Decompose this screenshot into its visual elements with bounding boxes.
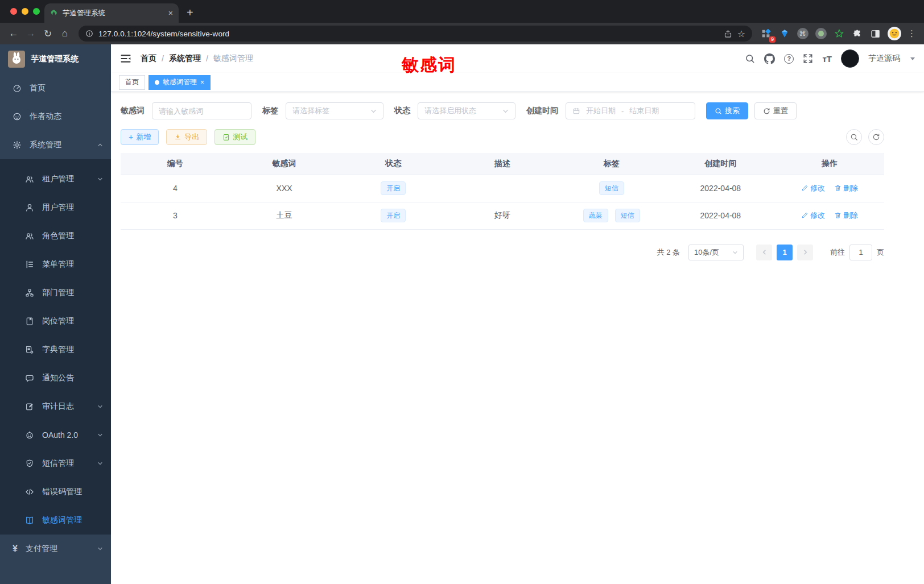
add-button[interactable]: + 新增 bbox=[121, 129, 159, 145]
sidebar-item-tenant-mgmt[interactable]: 租户管理 bbox=[0, 165, 111, 193]
breadcrumb-home[interactable]: 首页 bbox=[141, 53, 156, 64]
page-number-1[interactable]: 1 bbox=[777, 245, 793, 260]
tab-close-icon[interactable]: × bbox=[168, 9, 173, 17]
test-button[interactable]: 测试 bbox=[214, 129, 255, 145]
goto-page-input[interactable] bbox=[849, 245, 872, 260]
plus-icon: + bbox=[129, 132, 133, 142]
sidebar-item-menu-mgmt[interactable]: 菜单管理 bbox=[0, 250, 111, 279]
sidebar-item-role-mgmt[interactable]: 角色管理 bbox=[0, 222, 111, 250]
sidebar-item-home[interactable]: 首页 bbox=[0, 74, 111, 102]
funnel-extension-icon[interactable] bbox=[778, 28, 790, 40]
active-dot-icon bbox=[155, 80, 159, 85]
help-icon[interactable]: ? bbox=[784, 54, 794, 64]
share-icon[interactable] bbox=[724, 30, 732, 38]
search-button[interactable]: 搜索 bbox=[706, 102, 748, 119]
sidebar-item-oauth2[interactable]: OAuth 2.0 bbox=[0, 421, 111, 449]
sidebar-item-audit-log[interactable]: 审计日志 bbox=[0, 392, 111, 421]
table-row: 4 XXX 开启 短信 2022-04-08 修改 删除 bbox=[121, 175, 884, 202]
edit-link[interactable]: 修改 bbox=[801, 183, 825, 193]
app-logo[interactable]: 芋道管理系统 bbox=[0, 44, 111, 74]
sidebar-item-author-news[interactable]: 作者动态 bbox=[0, 102, 111, 131]
user-caret-icon[interactable] bbox=[910, 57, 915, 60]
cell-description bbox=[448, 175, 557, 202]
minimize-window-button[interactable] bbox=[22, 8, 28, 15]
side-panel-icon[interactable] bbox=[869, 28, 881, 40]
table-row: 3 土豆 开启 好呀 蔬菜 短信 2022-04-08 修改 bbox=[121, 202, 884, 229]
grid-extension-icon[interactable]: 9 bbox=[760, 28, 772, 40]
edit-link[interactable]: 修改 bbox=[801, 210, 825, 221]
tag-select[interactable]: 请选择标签 bbox=[286, 102, 383, 119]
tag-badge: 短信 bbox=[599, 181, 624, 195]
fullscreen-icon[interactable] bbox=[803, 53, 813, 64]
extensions-row: 9 ⌘ ⋮ bbox=[760, 27, 916, 40]
sidebar-item-dept-mgmt[interactable]: 部门管理 bbox=[0, 279, 111, 307]
calendar-icon bbox=[572, 107, 580, 115]
github-icon[interactable] bbox=[764, 53, 775, 64]
user-avatar[interactable] bbox=[841, 49, 859, 68]
bookmark-star-icon[interactable]: ☆ bbox=[737, 28, 745, 39]
table-refresh-button[interactable] bbox=[868, 129, 884, 145]
sidebar-item-sms-mgmt[interactable]: 短信管理 bbox=[0, 449, 111, 478]
next-page-button[interactable] bbox=[797, 245, 813, 260]
page-size-select[interactable]: 10条/页 bbox=[688, 245, 744, 260]
filter-form: 敏感词 标签 请选择标签 状态 请选择启用状态 bbox=[121, 102, 884, 119]
zoom-window-button[interactable] bbox=[33, 8, 40, 15]
export-button[interactable]: 导出 bbox=[166, 129, 207, 145]
reset-button[interactable]: 重置 bbox=[754, 102, 797, 119]
app-navbar: 首页 / 系统管理 / 敏感词管理 ? тT 芋道源码 bbox=[111, 44, 924, 73]
table-search-toggle-button[interactable] bbox=[846, 129, 862, 145]
sidebar-item-dict-mgmt[interactable]: 字典管理 bbox=[0, 336, 111, 364]
sidebar-item-payment-mgmt[interactable]: ¥ 支付管理 bbox=[0, 535, 111, 563]
profile-avatar[interactable] bbox=[888, 27, 901, 40]
download-icon bbox=[174, 134, 182, 141]
site-info-icon[interactable] bbox=[85, 30, 93, 38]
sidebar-item-error-code-mgmt[interactable]: 错误码管理 bbox=[0, 478, 111, 506]
date-range-picker[interactable]: 开始日期 - 结束日期 bbox=[566, 102, 695, 119]
sidebar-item-notice-mgmt[interactable]: 通知公告 bbox=[0, 364, 111, 392]
cell-word: 土豆 bbox=[230, 202, 339, 229]
create-time-label: 创建时间 bbox=[526, 106, 558, 116]
url-text[interactable]: 127.0.0.1:1024/system/sensitive-word bbox=[98, 30, 719, 38]
back-button[interactable]: ← bbox=[6, 26, 22, 42]
keyword-input[interactable] bbox=[159, 107, 245, 115]
breadcrumb-system[interactable]: 系统管理 bbox=[169, 53, 201, 64]
pagination-total: 共 2 条 bbox=[657, 247, 680, 258]
tab-close-icon[interactable]: × bbox=[200, 78, 204, 86]
close-window-button[interactable] bbox=[10, 8, 17, 15]
traffic-lights bbox=[10, 8, 40, 15]
address-bar[interactable]: 127.0.0.1:1024/system/sensitive-word ☆ bbox=[79, 26, 752, 42]
sidebar-item-system-mgmt[interactable]: 系统管理 bbox=[0, 131, 111, 159]
puzzle-extensions-icon[interactable] bbox=[851, 28, 863, 40]
command-extension-icon[interactable]: ⌘ bbox=[797, 28, 808, 40]
status-label: 状态 bbox=[394, 106, 410, 116]
search-icon bbox=[715, 107, 722, 115]
col-status: 状态 bbox=[339, 153, 448, 175]
delete-link[interactable]: 删除 bbox=[834, 183, 858, 193]
green-star-extension-icon[interactable] bbox=[833, 28, 845, 40]
user-name[interactable]: 芋道源码 bbox=[868, 53, 900, 64]
sidebar-item-user-mgmt[interactable]: 用户管理 bbox=[0, 193, 111, 222]
trash-icon bbox=[834, 212, 842, 219]
delete-link[interactable]: 删除 bbox=[834, 210, 858, 221]
reload-button[interactable]: ↻ bbox=[40, 26, 56, 42]
home-button[interactable]: ⌂ bbox=[57, 26, 73, 42]
chevron-down-icon bbox=[97, 432, 103, 438]
sidebar-item-post-mgmt[interactable]: 岗位管理 bbox=[0, 307, 111, 336]
prev-page-button[interactable] bbox=[756, 245, 772, 260]
browser-tab[interactable]: 芋道管理系统 × bbox=[44, 3, 179, 23]
collapse-sidebar-icon[interactable] bbox=[120, 53, 131, 64]
sidebar-item-sensitive-word-mgmt[interactable]: 敏感词管理 bbox=[0, 506, 111, 535]
font-size-icon[interactable]: тT bbox=[822, 54, 832, 64]
browser-menu-icon[interactable]: ⋮ bbox=[908, 28, 916, 39]
start-date-placeholder: 开始日期 bbox=[586, 106, 616, 116]
org-chart-icon bbox=[25, 288, 34, 297]
forward-button[interactable]: → bbox=[23, 26, 39, 42]
new-tab-button[interactable]: + bbox=[187, 6, 193, 19]
cell-word: XXX bbox=[230, 175, 339, 202]
header-search-icon[interactable] bbox=[745, 53, 755, 64]
status-select[interactable]: 请选择启用状态 bbox=[418, 102, 515, 119]
role-users-icon bbox=[25, 231, 34, 241]
tags-view-tab-home[interactable]: 首页 bbox=[119, 75, 145, 90]
tags-view-tab-sensitive-word[interactable]: 敏感词管理 × bbox=[148, 75, 211, 90]
recorder-extension-icon[interactable] bbox=[815, 28, 827, 40]
